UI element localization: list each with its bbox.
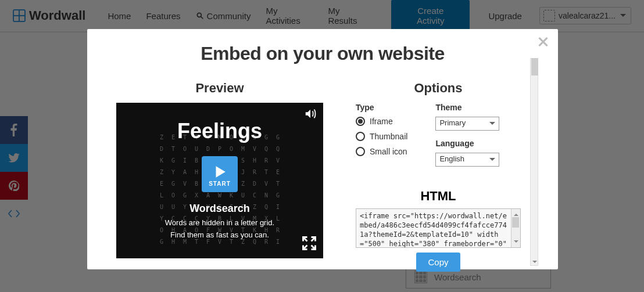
- embed-code-textarea[interactable]: <iframe src="https://wordwall.net/embed/…: [356, 208, 521, 248]
- preview-heading: Preview: [116, 81, 323, 96]
- type-label: Type: [356, 103, 407, 112]
- language-label: Language: [435, 139, 499, 148]
- template-desc-1: Words are hidden in a letter grid.: [116, 218, 323, 227]
- embed-code-text: <iframe src="https://wordwall.net/embed/…: [360, 212, 507, 248]
- type-option-small-icon[interactable]: Small icon: [356, 147, 407, 156]
- code-scroll-thumb[interactable]: [512, 217, 519, 228]
- language-select[interactable]: English: [435, 153, 499, 167]
- type-option-thumbnail[interactable]: Thumbnail: [356, 132, 407, 141]
- copy-button[interactable]: Copy: [416, 253, 460, 272]
- activity-preview: ZETTTMOASGGDTOUDPOMVQQKGIBRUMSHRVZYAHTJE…: [116, 103, 323, 258]
- type-option-iframe[interactable]: Iframe: [356, 117, 407, 126]
- radio-icon: [356, 147, 365, 156]
- radio-icon: [356, 132, 365, 141]
- embed-modal: Embed on your own website Preview ZETTTM…: [87, 29, 558, 269]
- radio-icon: [356, 117, 365, 126]
- modal-title: Embed on your own website: [87, 43, 558, 64]
- preview-column: Preview ZETTTMOASGGDTOUDPOMVQQKGIBRUMSHR…: [116, 81, 323, 272]
- template-name: Wordsearch: [116, 203, 323, 215]
- start-label: START: [209, 181, 231, 187]
- code-scrollbar[interactable]: [511, 209, 520, 247]
- html-heading: HTML: [356, 189, 521, 204]
- close-icon[interactable]: [536, 35, 550, 49]
- options-heading: Options: [356, 81, 521, 96]
- activity-title: Feelings: [116, 119, 323, 143]
- svg-marker-2: [216, 166, 226, 178]
- scrollbar-thumb[interactable]: [531, 58, 538, 75]
- start-button[interactable]: START: [202, 156, 238, 192]
- theme-select[interactable]: Primary: [435, 117, 499, 131]
- scroll-down-icon[interactable]: [531, 258, 538, 266]
- theme-label: Theme: [435, 103, 499, 112]
- options-column: Options Type Iframe Thumbnail Small icon…: [356, 81, 549, 272]
- template-desc-2: Find them as fast as you can.: [116, 230, 323, 239]
